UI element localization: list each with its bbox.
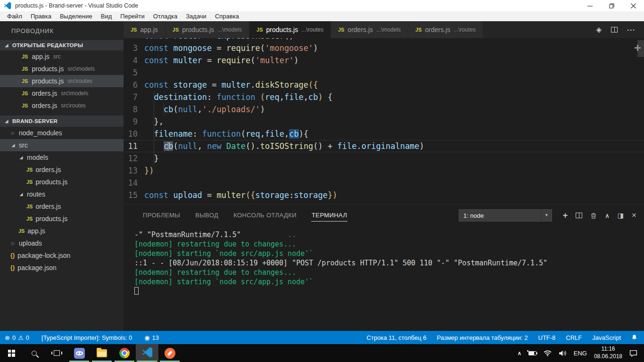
tray-chevron-icon[interactable]: ∧	[518, 350, 521, 356]
panel-position-icon[interactable]: ◨	[618, 212, 624, 219]
window-controls	[579, 0, 644, 11]
tab-1[interactable]: JSproducts.js...\models	[165, 21, 249, 38]
code-line-13[interactable]: 13})	[124, 165, 644, 177]
code-line-15[interactable]: 15const upload = multer({storage:storage…	[124, 189, 644, 201]
taskbar-vscode[interactable]	[136, 344, 158, 362]
close-button[interactable]	[622, 0, 644, 11]
tab-2[interactable]: JSproducts.js...\routes	[249, 21, 331, 38]
terminal-output[interactable]: -" "PostmanRuntime/7.1.5" ..[nodemon] re…	[124, 226, 644, 331]
tree-item-9[interactable]: ▷uploads	[0, 237, 124, 249]
bell-icon[interactable]	[631, 334, 637, 341]
counter-status[interactable]: ◉ 13	[144, 334, 159, 341]
tree-label: package.json	[17, 264, 57, 272]
new-terminal-icon[interactable]: +	[563, 212, 568, 219]
menu-item-4[interactable]: Перейти	[116, 11, 149, 21]
js-file-icon: JS	[26, 216, 33, 222]
taskbar-discord[interactable]	[68, 344, 91, 362]
code-line-5[interactable]: 5	[124, 66, 644, 79]
code-line-partial[interactable]: const router = express.Router()	[124, 38, 644, 42]
indentation-status[interactable]: Размер интервала табуляции: 2	[437, 334, 528, 341]
task-view-button[interactable]	[45, 344, 68, 362]
close-panel-icon[interactable]: ×	[632, 212, 636, 219]
code-text: const router = express.Router()	[144, 38, 294, 41]
tree-item-2[interactable]: ◢models	[0, 151, 124, 164]
eol-status[interactable]: CRLF	[566, 334, 582, 341]
open-editor-4[interactable]: JSorders.jssrc\routes	[0, 99, 124, 112]
line-number: 13	[124, 165, 138, 177]
terminal-select[interactable]: 1: node ▼	[459, 209, 552, 222]
taskbar-postman[interactable]	[158, 344, 181, 362]
tab-3[interactable]: JSorders.js...\models	[331, 21, 408, 38]
project-header[interactable]: ◢ BRAND-SERVER	[0, 115, 124, 127]
open-editor-2[interactable]: JSproducts.jssrc\routes	[0, 75, 124, 87]
code-line-12[interactable]: 12 }	[124, 152, 644, 165]
code-line-6[interactable]: 6const storage = multer.diskStorage({	[124, 79, 644, 91]
code-line-10[interactable]: 10 filename: function(req,file,cb){	[124, 128, 644, 140]
split-terminal-icon[interactable]	[576, 213, 582, 218]
tree-item-3[interactable]: JSorders.js	[0, 164, 124, 176]
tree-item-7[interactable]: JSproducts.js	[0, 213, 124, 225]
battery-icon[interactable]	[528, 351, 537, 355]
menu-item-6[interactable]: Задачи	[182, 11, 211, 21]
encoding-status[interactable]: UTF-8	[538, 334, 556, 341]
code-line-14[interactable]: 14	[124, 177, 644, 189]
panel-tab-2[interactable]: КОНСОЛЬ ОТЛАДКИ	[233, 209, 297, 222]
tree-item-0[interactable]: ▷node_modules	[0, 127, 124, 139]
tree-item-8[interactable]: JSapp.js	[0, 225, 124, 237]
volume-icon[interactable]	[559, 350, 567, 356]
tree-item-10[interactable]: {}package-lock.json	[0, 249, 124, 262]
menu-item-5[interactable]: Отладка	[149, 11, 182, 21]
tab-4[interactable]: JSorders.js...\routes	[408, 21, 483, 38]
menu-item-7[interactable]: Справка	[211, 11, 243, 21]
tree-item-4[interactable]: JSproducts.js	[0, 176, 124, 188]
start-button[interactable]	[0, 344, 23, 362]
restore-button[interactable]	[601, 0, 622, 11]
tree-label: package-lock.json	[17, 252, 70, 259]
menu-item-1[interactable]: Правка	[26, 11, 56, 21]
cursor-position[interactable]: Строка 11, столбец 6	[367, 334, 427, 341]
taskbar-chrome[interactable]	[113, 344, 136, 362]
kill-terminal-icon[interactable]	[590, 212, 597, 219]
panel-tabs: ПРОБЛЕМЫВЫВОДКОНСОЛЬ ОТЛАДКИТЕРМИНАЛ	[142, 209, 347, 222]
split-editor-icon[interactable]	[611, 27, 618, 33]
file-path: src	[53, 53, 61, 60]
tree-item-6[interactable]: JSorders.js	[0, 200, 124, 213]
taskbar-explorer[interactable]	[91, 344, 113, 362]
panel-tab-1[interactable]: ВЫВОД	[195, 209, 219, 222]
maximize-panel-icon[interactable]: ∧	[605, 212, 610, 219]
wifi-icon[interactable]	[544, 350, 552, 356]
more-actions-icon[interactable]: ···	[627, 26, 636, 34]
open-editor-0[interactable]: JSapp.jssrc	[0, 50, 124, 63]
tree-item-5[interactable]: ◢routes	[0, 188, 124, 200]
code-line-8[interactable]: 8 cb(null,'./uploads/')	[124, 103, 644, 115]
code-line-7[interactable]: 7 destination: function (req,file,cb) {	[124, 91, 644, 103]
menu-item-2[interactable]: Выделение	[56, 11, 97, 21]
tree-item-1[interactable]: ◢src	[0, 139, 124, 151]
language-mode[interactable]: JavaScript	[592, 334, 621, 341]
code-line-3[interactable]: 3const mongoose = require('mongoose')	[124, 42, 644, 54]
code-line-9[interactable]: 9 },	[124, 115, 644, 128]
minimize-button[interactable]	[579, 0, 601, 11]
chevron-down-icon: ▼	[541, 210, 552, 221]
open-editors-header[interactable]: ◢ ОТКРЫТЫЕ РЕДАКТОРЫ	[0, 40, 124, 50]
open-editor-3[interactable]: JSorders.jssrc\models	[0, 87, 124, 99]
notification-center-icon[interactable]	[629, 350, 637, 357]
open-changes-icon[interactable]: ◈	[596, 25, 602, 34]
panel-tab-0[interactable]: ПРОБЛЕМЫ	[142, 209, 181, 222]
open-editor-1[interactable]: JSproducts.jssrc\models	[0, 63, 124, 75]
chevron-expanded-icon: ◢	[4, 43, 9, 48]
code-editor[interactable]: const router = express.Router()3const mo…	[124, 38, 644, 204]
problems-indicator[interactable]: ⊗ 0 ⚠ 0	[5, 334, 29, 341]
menu-item-3[interactable]: Вид	[97, 11, 116, 21]
code-line-4[interactable]: 4const multer = require('multer')	[124, 54, 644, 66]
panel-tab-3[interactable]: ТЕРМИНАЛ	[311, 209, 347, 222]
tab-0[interactable]: JSapp.js	[124, 21, 165, 38]
clock[interactable]: 11:16 08.06.2018	[594, 346, 622, 360]
ts-importer-status[interactable]: [TypeScript Importer]: Symbols: 0	[41, 334, 132, 341]
tree-item-11[interactable]: {}package.json	[0, 262, 124, 274]
menu-item-0[interactable]: Файл	[3, 11, 26, 21]
indent-guide	[154, 140, 154, 152]
code-line-11[interactable]: 11 cb(null, new Date().toISOString() + f…	[124, 140, 644, 152]
language-indicator[interactable]: ENG	[574, 350, 587, 357]
search-button[interactable]	[23, 344, 45, 362]
